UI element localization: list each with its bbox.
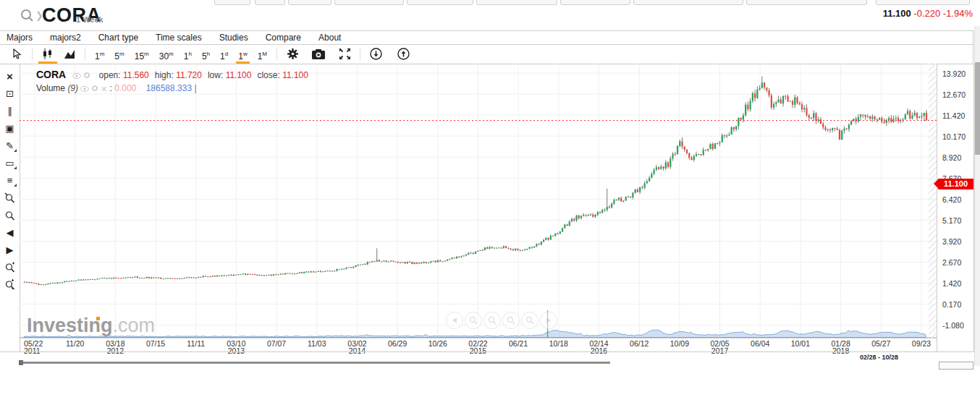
cropped-ui-fragment <box>476 0 557 5</box>
x-axis-label: 10/26 <box>428 340 447 347</box>
chart-nav-zoom-prev[interactable] <box>503 312 520 329</box>
menu-item-chart-type[interactable]: Chart type <box>90 33 147 43</box>
zoom-out-tool[interactable] <box>0 207 20 223</box>
x-axis-label: 09/23 <box>912 340 931 347</box>
cropped-ui-fragment <box>255 0 285 5</box>
legend-key: low: <box>208 70 223 80</box>
select-tool[interactable]: ⊡ <box>0 85 20 102</box>
zoom-in-tool[interactable] <box>0 259 20 276</box>
series-settings-gear-icon[interactable] <box>83 72 90 80</box>
remove-drawings-tool[interactable]: × <box>0 68 20 85</box>
horizontal-scrollbar[interactable] <box>20 362 610 364</box>
timeframe-30m[interactable]: 30m <box>154 46 179 63</box>
candlestick-chart-type-button[interactable] <box>37 46 59 63</box>
menu-item-majors[interactable]: Majors <box>0 33 41 43</box>
zoom-select-tool[interactable] <box>0 189 20 206</box>
x-axis-label: 02/14 2016 <box>589 340 608 354</box>
volume-label: Volume <box>36 83 65 93</box>
screenshot-camera-button[interactable] <box>308 46 329 63</box>
area-chart-type-button[interactable] <box>59 46 80 63</box>
timeframe-1M[interactable]: 1M <box>253 46 272 63</box>
timeframe-1m[interactable]: 1m <box>90 46 109 63</box>
timeframe-5h[interactable]: 5h <box>197 46 215 63</box>
chart-nav-zoom-in[interactable] <box>522 312 538 329</box>
timeframe-1w[interactable]: 1w <box>233 46 252 63</box>
menu-item-majors2[interactable]: majors2 <box>41 33 90 43</box>
fullscreen-button[interactable] <box>334 46 355 63</box>
volume-settings-gear-icon[interactable] <box>91 85 98 93</box>
clone-tool[interactable]: ▣ <box>0 120 20 137</box>
visibility-eye-icon[interactable] <box>72 72 81 80</box>
zoom-reset-tool[interactable] <box>0 276 20 293</box>
menu-item-about[interactable]: About <box>310 33 350 43</box>
x-axis-label: 11/11 <box>187 340 205 347</box>
legend-value: 11.560 <box>121 70 149 80</box>
vertical-scrollbar[interactable] <box>974 26 980 366</box>
x-axis-label: 06/04 <box>751 340 769 347</box>
legend-cursor-bar: | <box>194 83 196 93</box>
y-axis-label: 0.170 <box>942 300 961 309</box>
current-price-tag: 11.100 <box>938 179 973 189</box>
volume-legend: Volume (9)✕ : 0.000 186588.333 | <box>36 83 197 94</box>
line-studies-tool[interactable]: ≡ <box>0 172 20 189</box>
y-axis-label: 6.420 <box>942 195 961 204</box>
x-axis-label: 06/12 <box>630 340 649 347</box>
timeframe-1d[interactable]: 1d <box>215 46 233 63</box>
legend-value: 11.100 <box>223 70 251 80</box>
price-chart-canvas[interactable] <box>20 64 937 352</box>
legend-value: 11.720 <box>174 70 202 80</box>
timeframe-1h[interactable]: 1h <box>179 46 197 63</box>
cropped-ui-fragment <box>876 0 970 5</box>
cursor-tool-button[interactable] <box>6 46 28 63</box>
legend-key: close: <box>257 70 279 80</box>
cropped-ui-fragment <box>407 0 473 5</box>
menu-item-studies[interactable]: Studies <box>211 33 257 43</box>
legend-value: 11.100 <box>280 70 308 80</box>
watermark-suffix: .com <box>113 315 156 336</box>
save-chart-button[interactable] <box>392 46 414 63</box>
x-axis-label: 10/09 <box>670 340 689 347</box>
indicators-tool[interactable]: ∥ <box>0 103 20 119</box>
chart-nav-zoom-area[interactable] <box>465 312 482 329</box>
y-axis-label: -1.080 <box>942 321 964 330</box>
menu-item-time-scales[interactable]: Time scales <box>147 33 211 43</box>
chart-nav-pan-right[interactable] <box>541 312 557 329</box>
timeframe-5m[interactable]: 5m <box>109 46 129 63</box>
interval-label: 1 Week <box>76 15 104 24</box>
shape-tool[interactable]: ▭ <box>0 155 20 171</box>
y-axis-label: 3.920 <box>942 237 961 246</box>
cropped-ui-fragment <box>633 0 743 5</box>
remove-study-icon[interactable]: ✕ <box>101 85 107 94</box>
watermark-orange-dot <box>96 317 100 320</box>
cropped-ui-fragment <box>746 0 867 5</box>
chart-nav-pan-left[interactable] <box>447 312 463 329</box>
draw-tool[interactable]: ✎ <box>0 137 20 154</box>
bottom-right-handle[interactable] <box>939 362 973 370</box>
load-chart-button[interactable] <box>365 46 386 63</box>
scrollbar-grip[interactable] <box>19 360 23 365</box>
cropped-ui-fragment <box>288 0 331 5</box>
legend-symbol: CORA <box>36 69 66 80</box>
menu-item-compare[interactable]: Compare <box>257 33 310 43</box>
chart-bottom-border <box>0 351 973 352</box>
chart-nav-zoom-out[interactable] <box>484 312 501 329</box>
volume-period: (9) <box>67 83 78 93</box>
volume-separator: : <box>110 83 112 93</box>
pan-left-tool[interactable]: ◀ <box>0 224 20 241</box>
legend-key: high: <box>155 70 174 80</box>
search-icon[interactable] <box>20 9 34 25</box>
pan-right-tool[interactable]: ▶ <box>0 242 20 258</box>
chart-toolbar: 1m5m15m30m1h5h1d1w1M <box>0 44 973 64</box>
settings-gear-button[interactable] <box>282 46 303 63</box>
x-axis-label: 02/22 2015 <box>468 340 487 354</box>
price-change: -0.220 -1.94% <box>913 8 973 19</box>
y-axis-label: 10.170 <box>942 132 966 141</box>
timeframe-15m[interactable]: 15m <box>130 46 154 63</box>
vertical-scrollbar-thumb[interactable] <box>975 62 980 155</box>
x-axis-label: 06/21 <box>509 340 528 347</box>
visibility-eye-icon[interactable] <box>80 85 89 93</box>
cropped-ui-fragment <box>560 0 630 5</box>
x-axis-label: 03/18 2012 <box>106 340 124 354</box>
y-axis-label: 1.420 <box>942 279 961 288</box>
x-axis-label: 07/07 <box>267 340 286 347</box>
